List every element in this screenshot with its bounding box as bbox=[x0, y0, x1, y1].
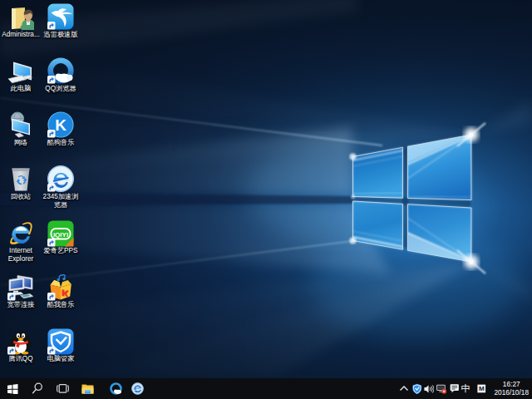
svg-text:K: K bbox=[55, 116, 66, 134]
svg-text:M: M bbox=[479, 385, 485, 392]
svg-text:iQIYI: iQIYI bbox=[53, 230, 68, 238]
